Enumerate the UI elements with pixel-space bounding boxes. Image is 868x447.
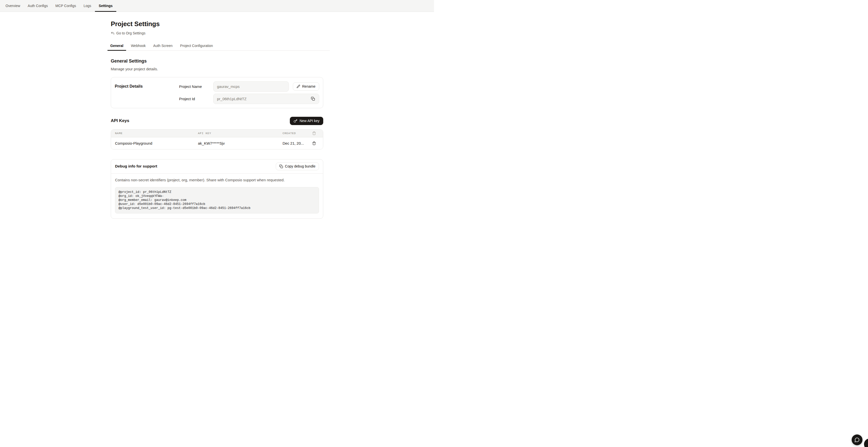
project-name-value: gaurav_mcps [217, 84, 240, 89]
debug-bundle-code-block: @project_id: pr_06th1pLdNtTZ@org_id: ok_… [115, 187, 319, 214]
copy-icon [279, 164, 283, 168]
code-line: @org_id: ok_jVveqqkYFWa- [119, 194, 315, 198]
nav-item-overview[interactable]: Overview [5, 0, 24, 11]
general-settings-heading: General Settings [111, 59, 323, 64]
copy-debug-bundle-label: Copy debug bundle [285, 164, 315, 168]
code-line: @project_id: pr_06th1pLdNtTZ [119, 190, 315, 194]
key-icon [293, 119, 298, 123]
api-keys-table: NAME API KEY CREATED Composio-Playground… [111, 129, 323, 150]
project-id-row: Project Id pr_06th1pLdNtTZ [179, 94, 319, 104]
api-keys-heading: API Keys [111, 118, 129, 123]
settings-tabs: General Webhook Auth Screen Project Conf… [107, 44, 330, 51]
column-header-api-key: API KEY [198, 132, 283, 135]
copy-project-id-button[interactable] [310, 96, 315, 101]
org-settings-link[interactable]: Go to Org Settings [111, 31, 146, 35]
debug-info-description: Contains non-secret identifiers (project… [115, 178, 319, 182]
nav-item-auth-configs[interactable]: Auth Configs [24, 0, 52, 11]
project-id-field: pr_06th1pLdNtTZ [213, 94, 319, 104]
general-settings-subheading: Manage your project details. [111, 67, 323, 71]
api-keys-header: API Keys New API key [111, 117, 323, 125]
project-name-label: Project Name [179, 84, 213, 89]
nav-item-settings[interactable]: Settings [95, 0, 116, 11]
new-api-key-button[interactable]: New API key [290, 117, 323, 125]
project-details-card: Project Details Project Name gaurav_mcps… [111, 77, 323, 108]
main-content: Project Settings Go to Org Settings Gene… [0, 20, 434, 224]
trash-icon [312, 141, 316, 145]
new-api-key-label: New API key [300, 119, 319, 123]
project-name-input[interactable]: gaurav_mcps [213, 82, 289, 92]
rename-button-label: Rename [302, 84, 315, 88]
tab-auth-screen[interactable]: Auth Screen [150, 44, 175, 51]
column-header-name: NAME [115, 132, 198, 135]
debug-info-title: Debug info for support [115, 164, 157, 168]
api-key-value-cell: ak_KW7*****Sjv [198, 141, 283, 146]
rename-button[interactable]: Rename [293, 83, 319, 91]
tab-general[interactable]: General [107, 44, 126, 51]
project-details-title: Project Details [115, 82, 179, 92]
org-settings-link-label: Go to Org Settings [116, 31, 146, 35]
nav-item-logs[interactable]: Logs [80, 0, 95, 11]
api-key-created-cell: Dec 21, 20... [283, 141, 309, 146]
corner-up-left-icon [111, 31, 115, 35]
copy-debug-bundle-button[interactable]: Copy debug bundle [276, 162, 319, 170]
api-key-table-row: Composio-Playground ak_KW7*****Sjv Dec 2… [111, 137, 323, 149]
column-header-created: CREATED [283, 132, 309, 135]
debug-info-header: Debug info for support Copy debug bundle [111, 159, 323, 173]
top-nav: Overview Auth Configs MCP Configs Logs S… [0, 0, 434, 12]
delete-api-key-button[interactable] [309, 141, 319, 146]
tab-project-configuration[interactable]: Project Configuration [177, 44, 216, 51]
debug-info-card: Debug info for support Copy debug bundle… [111, 159, 323, 219]
nav-item-mcp-configs[interactable]: MCP Configs [52, 0, 80, 11]
copy-icon [311, 97, 315, 101]
code-line: @playground_test_user_id: pg-test-d5e001… [119, 206, 315, 210]
api-key-name-cell: Composio-Playground [115, 141, 198, 146]
project-name-row: Project Name gaurav_mcps Rename [179, 82, 319, 92]
trash-icon [309, 131, 319, 135]
project-id-label: Project Id [179, 97, 213, 101]
page-title: Project Settings [111, 20, 323, 28]
code-line: @user_id: d5e001b0-09ac-46d2-8451-2694ff… [119, 202, 315, 206]
tab-webhook[interactable]: Webhook [128, 44, 149, 51]
api-keys-table-header: NAME API KEY CREATED [111, 130, 323, 137]
project-id-value: pr_06th1pLdNtTZ [217, 97, 247, 101]
code-line: @org_member_email: gaurav@inkeep.com [119, 198, 315, 202]
pencil-icon [297, 85, 300, 88]
